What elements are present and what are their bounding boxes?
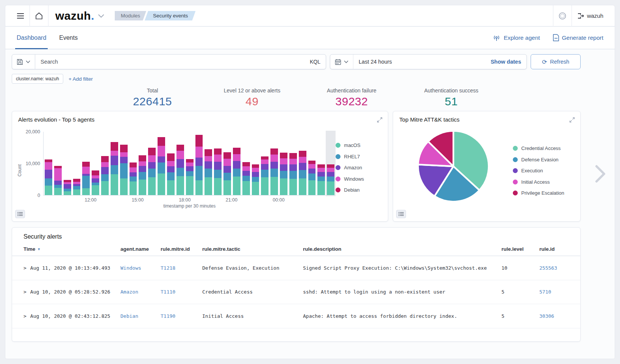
bar-segment-macos[interactable] [130,181,137,195]
bar-segment-amazon[interactable] [130,172,137,176]
bar-segment-debian[interactable] [289,153,297,158]
add-filter-button[interactable]: + Add filter [69,76,93,82]
bar-segment-amazon[interactable] [214,162,222,170]
bar-segment-rhel7[interactable] [205,169,212,177]
bar-segment-windows[interactable] [186,162,194,167]
bar-segment-debian[interactable] [92,170,99,175]
bar-segment-windows[interactable] [252,168,259,172]
bar-segment-windows[interactable] [120,152,128,157]
expand-row-button[interactable]: > [23,313,27,319]
bar-segment-amazon[interactable] [327,172,334,177]
bar-segment-amazon[interactable] [252,172,259,177]
bar-segment-rhel7[interactable] [176,168,184,176]
bar-segment-rhel7[interactable] [280,171,287,178]
bar-segment-macos[interactable] [54,188,62,195]
bar-segment-debian[interactable] [327,164,334,167]
legend-item-execution[interactable]: Execution [513,168,564,173]
bar-segment-windows[interactable] [270,155,278,162]
bar-segment-amazon[interactable] [176,159,184,168]
bar-segment-windows[interactable] [223,159,231,166]
bar-segment-amazon[interactable] [195,158,203,166]
bar-segment-rhel7[interactable] [270,169,278,177]
tab-events[interactable]: Events [59,27,78,49]
bar-segment-debian[interactable] [158,137,165,146]
bar-segment-macos[interactable] [111,174,118,195]
bar-segment-amazon[interactable] [101,167,109,174]
bar-segment-debian[interactable] [308,161,316,164]
bar-segment-macos[interactable] [195,180,203,195]
bar-segment-macos[interactable] [261,177,269,195]
rule-id-link[interactable]: 255563 [539,265,580,271]
bar-segment-macos[interactable] [289,179,297,195]
bar-segment-amazon[interactable] [289,164,297,171]
bar-segment-windows[interactable] [176,151,184,159]
bar-segment-macos[interactable] [101,181,109,195]
account-menu[interactable]: wazuh [572,12,609,19]
legend-item-privilege-escalation[interactable]: Privilege Escalation [513,190,564,196]
bar-segment-debian[interactable] [270,148,278,155]
bar-segment-windows[interactable] [167,161,175,166]
bar-segment-debian[interactable] [233,148,241,154]
bar-segment-macos[interactable] [214,178,222,195]
bar-segment-debian[interactable] [73,179,81,182]
next-panels-button[interactable] [595,165,606,183]
bar-segment-rhel7[interactable] [186,171,194,176]
bar-segment-amazon[interactable] [158,156,165,162]
bar-segment-debian[interactable] [252,164,259,167]
bar-segment-amazon[interactable] [308,169,316,173]
bar-segment-amazon[interactable] [111,156,118,165]
breadcrumb-modules[interactable]: Modules [115,11,146,20]
legend-item-credential-access[interactable]: Credential Access [513,145,564,151]
bar-segment-amazon[interactable] [186,166,194,171]
bar-segment-amazon[interactable] [233,161,241,169]
bar-segment-macos[interactable] [148,177,156,195]
column-header-agent-name[interactable]: agent.name [120,246,161,252]
bar-segment-amazon[interactable] [64,184,71,189]
bar-segment-amazon[interactable] [139,166,146,172]
bar-segment-rhel7[interactable] [214,170,222,178]
bar-segment-rhel7[interactable] [233,169,241,177]
bar-segment-rhel7[interactable] [120,163,128,178]
bar-segment-debian[interactable] [317,164,325,167]
bar-segment-windows[interactable] [101,162,109,167]
column-header-rule-id[interactable]: rule.id [539,246,580,252]
bar-segment-macos[interactable] [299,178,306,195]
bar-segment-windows[interactable] [317,168,325,172]
bar-4[interactable] [82,132,90,195]
bar-segment-debian[interactable] [101,156,109,162]
stat-auth-failure-value[interactable]: 39232 [302,95,401,108]
bar-segment-windows[interactable] [242,166,250,171]
bar-segment-debian[interactable] [148,148,156,155]
bar-segment-macos[interactable] [92,185,99,195]
bar-segment-debian[interactable] [111,142,118,151]
stat-total-value[interactable]: 226415 [103,95,202,108]
bar-30[interactable] [327,132,334,195]
bar-17[interactable] [205,132,212,195]
refresh-button[interactable]: ⟳ Refresh [531,54,581,69]
bar-segment-debian[interactable] [167,153,175,161]
bar-segment-amazon[interactable] [242,171,250,176]
rule-id-link[interactable]: 5710 [539,289,580,295]
bar-segment-macos[interactable] [73,189,81,195]
bar-segment-macos[interactable] [270,177,278,195]
bar-segment-windows[interactable] [261,159,269,164]
expand-row-button[interactable]: > [23,289,27,295]
bar-segment-rhel7[interactable] [167,172,175,180]
bar-segment-debian[interactable] [120,145,128,152]
legend-item-windows[interactable]: Windows [336,176,386,182]
bar-segment-debian[interactable] [82,162,90,167]
expand-icon[interactable] [569,117,575,123]
bar-segment-macos[interactable] [45,186,52,195]
agent-name-link[interactable]: Debian [120,313,161,319]
bar-24[interactable] [270,132,278,195]
legend-item-macos[interactable]: macOS [336,142,386,148]
bar-segment-windows[interactable] [139,161,146,166]
bar-segment-rhel7[interactable] [64,189,71,191]
bar-segment-rhel7[interactable] [289,171,297,179]
bar-segment-windows[interactable] [130,167,137,172]
bar-segment-macos[interactable] [139,180,146,195]
explore-agent-button[interactable]: Explore agent [492,34,540,41]
bar-segment-rhel7[interactable] [45,178,52,186]
bar-segment-macos[interactable] [223,180,231,195]
bar-segment-rhel7[interactable] [92,183,99,185]
